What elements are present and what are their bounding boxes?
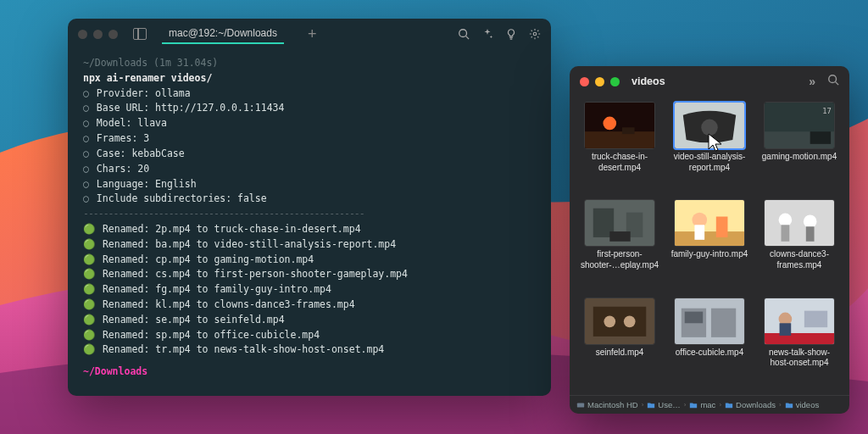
file-thumbnail[interactable] [584, 102, 655, 149]
svg-rect-7 [585, 131, 654, 148]
config-line: ○ Include subdirectories: false [83, 192, 536, 207]
config-line: ○ Chars: 20 [83, 162, 536, 177]
file-thumbnail[interactable] [584, 199, 655, 247]
svg-line-2 [466, 36, 470, 40]
sparkle-icon[interactable] [481, 28, 493, 40]
search-icon[interactable] [458, 28, 470, 40]
svg-point-33 [624, 315, 636, 327]
svg-rect-19 [609, 231, 630, 242]
file-item[interactable]: office-cubicle.mp4 [668, 298, 751, 392]
rename-line: 🟢 Renamed: cs.mp4 to first-person-shoote… [83, 267, 536, 282]
file-thumbnail[interactable] [674, 298, 745, 345]
close-button[interactable] [78, 30, 87, 39]
svg-text:17: 17 [822, 107, 832, 115]
svg-rect-21 [675, 231, 744, 247]
rename-line: 🟢 Renamed: kl.mp4 to clowns-dance3-frame… [83, 298, 536, 313]
svg-line-5 [836, 82, 839, 86]
file-item[interactable]: family-guy-intro.mp4 [668, 199, 751, 293]
bulb-icon[interactable] [505, 28, 517, 40]
svg-rect-24 [716, 217, 728, 237]
svg-rect-9 [622, 127, 635, 134]
file-thumbnail[interactable] [674, 199, 745, 247]
path-segment[interactable]: Macintosh HD [576, 400, 638, 409]
svg-point-11 [701, 120, 718, 136]
file-name: video-still-analysis-report.mp4 [670, 152, 749, 173]
command-line: npx ai-renamer videos/ [83, 71, 536, 86]
prompt-path: ~/Downloads [83, 57, 147, 69]
file-item[interactable]: video-still-analysis-report.mp4 [668, 102, 751, 196]
file-name: family-guy-intro.mp4 [671, 249, 748, 260]
sidebar-toggle-icon[interactable] [133, 28, 147, 40]
file-thumbnail[interactable] [584, 298, 655, 345]
file-grid[interactable]: truck-chase-in-desert.mp4video-still-ana… [570, 97, 849, 395]
traffic-lights[interactable] [580, 77, 620, 86]
svg-point-27 [804, 215, 817, 229]
rename-line: 🟢 Renamed: se.mp4 to seinfeld.mp4 [83, 313, 536, 328]
terminal-tab[interactable]: mac@192:~/Downloads [162, 24, 284, 44]
svg-rect-14 [810, 131, 831, 144]
minimize-button[interactable] [93, 30, 103, 39]
file-thumbnail[interactable] [674, 102, 745, 149]
chevron-right-icon: › [719, 401, 721, 409]
finder-titlebar[interactable]: videos » [570, 66, 849, 97]
file-name: clowns-dance3-frames.mp4 [760, 249, 839, 270]
gear-icon[interactable] [529, 28, 541, 40]
path-segment[interactable]: videos [785, 400, 819, 409]
minimize-button[interactable] [595, 77, 604, 86]
prompt-timing: (1m 31.04s) [153, 57, 218, 69]
svg-point-32 [604, 315, 615, 327]
config-line: ○ Base URL: http://127.0.0.1:11434 [83, 101, 536, 116]
file-item[interactable]: clowns-dance3-frames.mp4 [758, 199, 841, 293]
file-thumbnail[interactable]: 17 [764, 102, 835, 149]
path-segment[interactable]: Downloads [725, 400, 776, 409]
rename-line: 🟢 Renamed: sp.mp4 to office-cubicle.mp4 [83, 328, 536, 343]
svg-rect-23 [694, 225, 704, 241]
file-thumbnail[interactable] [764, 298, 835, 345]
file-item[interactable]: first-person-shooter-…eplay.mp4 [578, 199, 661, 293]
file-thumbnail[interactable] [764, 199, 835, 247]
rename-line: 🟢 Renamed: fg.mp4 to family-guy-intro.mp… [83, 282, 536, 298]
finder-title: videos [632, 75, 665, 87]
svg-rect-36 [711, 308, 736, 337]
file-name: truck-chase-in-desert.mp4 [580, 152, 659, 173]
path-segment[interactable]: Use… [647, 400, 680, 409]
terminal-window[interactable]: mac@192:~/Downloads + ~/Downloads (1m 31… [68, 19, 551, 396]
svg-rect-41 [780, 323, 792, 336]
path-segment[interactable]: mac [689, 400, 715, 409]
svg-rect-42 [804, 310, 827, 327]
file-item[interactable]: 17gaming-motion.mp4 [758, 102, 841, 196]
search-icon[interactable] [827, 74, 839, 89]
svg-point-3 [533, 32, 537, 36]
svg-point-26 [779, 214, 793, 227]
rename-line: 🟢 Renamed: tr.mp4 to news-talk-show-host… [83, 342, 536, 358]
file-item[interactable]: seinfeld.mp4 [578, 298, 661, 392]
new-tab-button[interactable]: + [308, 25, 317, 43]
terminal-output[interactable]: ~/Downloads (1m 31.04s) npx ai-renamer v… [68, 49, 551, 387]
file-item[interactable]: truck-chase-in-desert.mp4 [578, 102, 661, 196]
svg-rect-39 [765, 333, 834, 345]
svg-rect-28 [782, 225, 790, 242]
config-line: ○ Model: llava [83, 116, 536, 131]
svg-rect-25 [765, 200, 834, 247]
finder-window[interactable]: videos » truck-chase-in-desert.mp4video-… [570, 66, 849, 414]
rename-line: 🟢 Renamed: ba.mp4 to video-still-analysi… [83, 237, 536, 253]
svg-rect-43 [577, 403, 584, 407]
close-button[interactable] [580, 77, 589, 86]
file-name: first-person-shooter-…eplay.mp4 [580, 249, 659, 270]
rename-line: 🟢 Renamed: 2p.mp4 to truck-chase-in-dese… [83, 222, 536, 237]
file-name: office-cubicle.mp4 [676, 348, 743, 359]
path-bar[interactable]: Macintosh HD›Use…›mac›Downloads›videos [570, 395, 849, 414]
terminal-titlebar[interactable]: mac@192:~/Downloads + [68, 19, 551, 49]
overflow-icon[interactable]: » [809, 75, 815, 88]
svg-rect-29 [806, 227, 815, 242]
config-line: ○ Provider: ollama [83, 86, 536, 102]
maximize-button[interactable] [108, 30, 118, 39]
file-item[interactable]: news-talk-show-host-onset.mp4 [758, 298, 841, 392]
config-line: ○ Frames: 3 [83, 131, 536, 147]
svg-rect-37 [685, 311, 703, 323]
chevron-right-icon: › [779, 401, 782, 409]
maximize-button[interactable] [610, 77, 620, 86]
traffic-lights[interactable] [78, 30, 118, 39]
svg-rect-31 [593, 306, 646, 336]
rename-line: 🟢 Renamed: cp.mp4 to gaming-motion.mp4 [83, 253, 536, 268]
